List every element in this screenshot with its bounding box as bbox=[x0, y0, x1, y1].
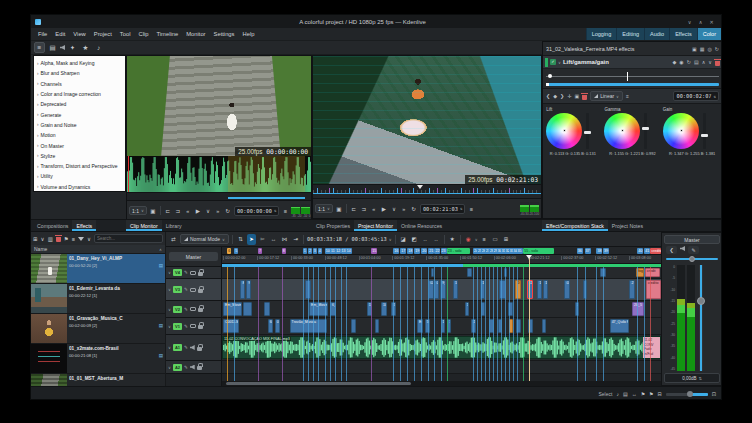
delete-icon[interactable] bbox=[56, 237, 61, 242]
timeline-clip[interactable]: 02 bbox=[428, 280, 433, 299]
guide-chip[interactable]: 17 bbox=[400, 248, 406, 254]
guide-chip[interactable]: 6 bbox=[227, 248, 231, 254]
timeline-clip[interactable]: 19 bbox=[575, 302, 579, 316]
record-icon[interactable]: ◉ bbox=[464, 234, 473, 245]
filter-caret-icon[interactable]: ∨ bbox=[87, 236, 91, 242]
guide-chip[interactable]: 38 bbox=[596, 248, 602, 254]
bin-item[interactable]: 01_Edemir_Levanta da00:00:22:12 [1] bbox=[31, 284, 165, 314]
effect-enabled-checkbox[interactable]: ✓ bbox=[550, 59, 556, 65]
guide-chip[interactable]: 41 bbox=[644, 248, 650, 254]
timeline-clip[interactable] bbox=[583, 280, 587, 299]
show-effect-icon[interactable]: ◉ bbox=[679, 59, 683, 65]
workspace-tab-audio[interactable]: Audio bbox=[644, 28, 669, 40]
effects-category-on-master[interactable]: ›On Master bbox=[34, 140, 125, 150]
wheel-picker-dot[interactable] bbox=[563, 129, 566, 132]
monitor-config-icon[interactable]: ▣ bbox=[149, 208, 157, 214]
slider-knob[interactable] bbox=[689, 256, 695, 262]
monitor-icon[interactable] bbox=[190, 288, 196, 292]
reset-effects-icon[interactable]: ↻ bbox=[715, 46, 719, 52]
timeline-clip[interactable] bbox=[481, 302, 485, 316]
timeline-pen-icon[interactable]: ✎ bbox=[184, 287, 188, 292]
wheel-value-slider[interactable] bbox=[644, 113, 647, 149]
bin-item[interactable]: 01_01_MST_Abertura_M bbox=[31, 374, 165, 386]
mixer-balance-slider[interactable] bbox=[666, 256, 718, 263]
timeline-clip[interactable]: 1 bbox=[447, 319, 451, 333]
timeline-clip[interactable]: 19 bbox=[543, 280, 548, 299]
lock-icon[interactable] bbox=[198, 272, 203, 276]
insert-track-icon[interactable]: ◩ bbox=[410, 234, 419, 245]
timeline-clip[interactable]: 18 bbox=[537, 280, 542, 299]
preview-render-icon[interactable]: ▭ bbox=[491, 234, 500, 245]
delete-keyframe-icon[interactable] bbox=[582, 95, 587, 100]
workspace-tab-effects[interactable]: Effects bbox=[669, 28, 697, 40]
keyframes-icon[interactable]: ◆ bbox=[672, 59, 676, 65]
track-tag[interactable]: V4 bbox=[173, 269, 182, 276]
timeline-clip[interactable]: 10 bbox=[381, 302, 387, 316]
bin-name-header[interactable]: Name ∧ bbox=[31, 245, 165, 254]
timeline-clip[interactable]: C0011.MP bbox=[223, 319, 239, 333]
close-button[interactable]: ✕ bbox=[706, 19, 717, 25]
overwrite-edit-icon[interactable]: ‥ bbox=[421, 234, 430, 245]
timeline-clip[interactable]: 5 bbox=[391, 302, 395, 316]
menu-clip[interactable]: Clip bbox=[135, 28, 153, 40]
chevron-down-icon[interactable]: ∨ bbox=[558, 60, 561, 65]
proxy-icon[interactable]: ✦ bbox=[67, 42, 78, 53]
keyframe-dot[interactable] bbox=[548, 74, 552, 78]
timeline-clip[interactable]: 8 bbox=[240, 280, 245, 299]
chevron-down-icon[interactable]: ∨ bbox=[168, 270, 171, 275]
forward-icon[interactable]: » bbox=[214, 208, 222, 214]
slider-handle[interactable] bbox=[642, 127, 649, 130]
chevron-down-icon[interactable]: ∨ bbox=[475, 237, 478, 242]
show-subtitles-icon[interactable]: ⊞ bbox=[502, 234, 511, 245]
project-monitor-ruler[interactable] bbox=[313, 184, 541, 194]
master-effects-icon[interactable]: ✎ bbox=[688, 246, 699, 254]
clip-monitor-zoom-select[interactable]: 1:1∨ bbox=[129, 206, 147, 215]
track-tag[interactable]: V3 bbox=[173, 286, 182, 293]
guide-chip[interactable]: 16 bbox=[393, 248, 399, 254]
effects-category-blur-and-sharpen[interactable]: ›Blur and Sharpen bbox=[34, 68, 125, 78]
prev-keyframe-icon[interactable]: ❮ bbox=[546, 93, 550, 99]
chevron-down-icon[interactable]: ∨ bbox=[168, 287, 171, 292]
monitor-tab-project-monitor[interactable]: Project Monitor bbox=[354, 220, 397, 231]
menu-edit[interactable]: Edit bbox=[51, 28, 69, 40]
snap-toggle-icon[interactable]: ↔ bbox=[632, 391, 637, 397]
timeline-clip[interactable] bbox=[431, 268, 435, 277]
guide-chip[interactable]: 7 bbox=[258, 248, 262, 254]
guide-chip[interactable]: 23 bbox=[441, 248, 447, 254]
mixer-db-spinbox[interactable]: 0,00dB ⇅ bbox=[664, 373, 720, 383]
timeline-clip[interactable]: 2 bbox=[629, 280, 634, 299]
guide-chip[interactable]: 37 bbox=[585, 248, 591, 254]
slider-handle[interactable] bbox=[701, 134, 708, 137]
speaker-icon[interactable] bbox=[60, 45, 65, 50]
track-head-a1[interactable]: ∨A1✎ bbox=[166, 335, 221, 361]
add-clip-icon[interactable]: ⊞ bbox=[33, 236, 38, 242]
next-keyframe-icon[interactable]: ❯ bbox=[560, 93, 564, 99]
forward-icon[interactable]: » bbox=[400, 206, 408, 212]
project-monitor-video[interactable]: 25.00fps 00:02:21:03 bbox=[313, 56, 541, 184]
guide-chip[interactable]: 23 - solo bbox=[447, 248, 470, 254]
project-monitor-timecode[interactable]: 00:02:21:03⇅ bbox=[420, 204, 466, 214]
timeline-clip[interactable]: 9 bbox=[246, 280, 250, 299]
timeline-clip[interactable]: 11 bbox=[367, 302, 372, 316]
bin-item[interactable]: 01_Gravação_Musica_C00:02:00:09 [2]▤ bbox=[31, 314, 165, 344]
guide-chip[interactable]: 22 bbox=[434, 248, 440, 254]
slip-tool-icon[interactable]: ⋈ bbox=[280, 234, 289, 245]
audio-mix-icon[interactable]: ♪ bbox=[616, 391, 619, 397]
timeline-clip[interactable] bbox=[499, 280, 505, 299]
speaker-icon[interactable] bbox=[190, 365, 195, 370]
filter-icon[interactable] bbox=[78, 237, 84, 241]
color-wheel[interactable] bbox=[663, 113, 699, 149]
chevron-down-icon[interactable]: ∨ bbox=[389, 237, 392, 242]
zoom-out-icon[interactable]: ⊟ bbox=[658, 391, 662, 397]
minimize-button[interactable]: ∨ bbox=[684, 19, 695, 25]
track-tag[interactable]: A2 bbox=[173, 364, 182, 371]
move-down-icon[interactable]: ∨ bbox=[708, 59, 712, 65]
lock-icon[interactable] bbox=[198, 289, 203, 293]
track-lane-a2[interactable] bbox=[222, 361, 661, 374]
timeline-clip[interactable]: Trovão_Musica bbox=[290, 319, 328, 333]
lock-icon[interactable] bbox=[198, 325, 203, 329]
clip-monitor-ruler[interactable] bbox=[127, 192, 311, 200]
lock-icon[interactable] bbox=[197, 366, 202, 370]
edit-mode-select[interactable]: Normal Mode∨ bbox=[180, 234, 229, 244]
timeline-clip[interactable] bbox=[509, 319, 513, 333]
